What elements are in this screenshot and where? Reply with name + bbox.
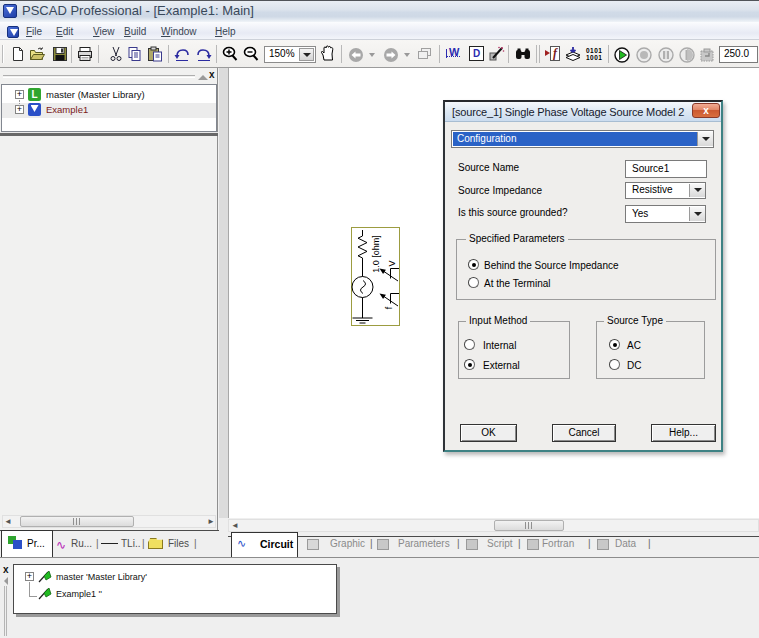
svg-text:1.0 [ohm]: 1.0 [ohm] xyxy=(371,235,381,273)
svg-text:V: V xyxy=(387,260,397,266)
svg-text:f: f xyxy=(384,306,394,309)
